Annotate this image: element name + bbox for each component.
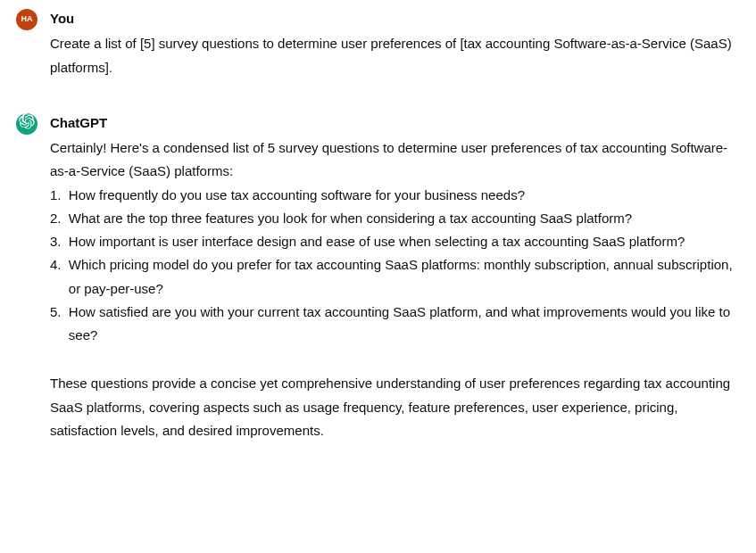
user-message-content: Create a list of [5] survey questions to… [50, 32, 740, 79]
list-item-text: How satisfied are you with your current … [69, 301, 740, 348]
list-item-text: How frequently do you use tax accounting… [69, 184, 525, 207]
list-item: 1. How frequently do you use tax account… [50, 184, 740, 207]
user-message-body: You Create a list of [5] survey question… [50, 7, 740, 79]
assistant-list: 1. How frequently do you use tax account… [50, 184, 740, 348]
user-sender-label: You [50, 7, 740, 30]
list-item-text: How important is user interface design a… [69, 230, 685, 253]
list-item-text: What are the top three features you look… [69, 207, 632, 230]
assistant-sender-label: ChatGPT [50, 111, 740, 135]
user-avatar-initials: HA [21, 12, 33, 27]
assistant-avatar [16, 113, 37, 135]
list-item: 5. How satisfied are you with your curre… [50, 301, 740, 348]
list-item-number: 2. [50, 207, 69, 230]
assistant-message-body: ChatGPT Certainly! Here's a condensed li… [50, 111, 740, 442]
assistant-intro-text: Certainly! Here's a condensed list of 5 … [50, 136, 740, 184]
list-item-number: 3. [50, 230, 69, 253]
list-item-number: 4. [50, 253, 69, 301]
user-avatar: HA [16, 9, 37, 30]
list-item-number: 5. [50, 301, 69, 348]
chatgpt-icon [19, 113, 35, 135]
user-message: HA You Create a list of [5] survey quest… [16, 7, 740, 79]
user-message-text: Create a list of [5] survey questions to… [50, 32, 740, 79]
assistant-message-content: Certainly! Here's a condensed list of 5 … [50, 136, 740, 442]
list-item: 2. What are the top three features you l… [50, 207, 740, 230]
list-item-number: 1. [50, 184, 69, 207]
list-item: 4. Which pricing model do you prefer for… [50, 253, 740, 301]
assistant-message: ChatGPT Certainly! Here's a condensed li… [16, 111, 740, 442]
list-item: 3. How important is user interface desig… [50, 230, 740, 253]
list-item-text: Which pricing model do you prefer for ta… [69, 253, 740, 301]
assistant-outro-text: These questions provide a concise yet co… [50, 372, 740, 442]
